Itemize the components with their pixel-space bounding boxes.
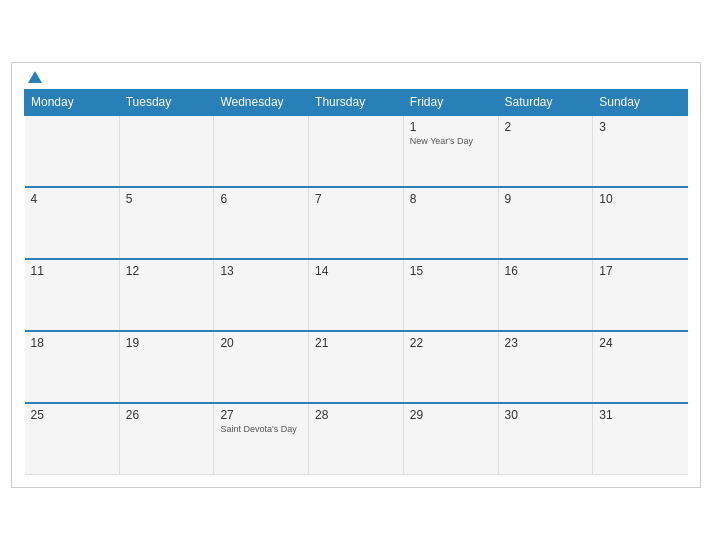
day-number: 5 [126, 192, 208, 206]
calendar-cell: 25 [25, 403, 120, 475]
calendar-cell [309, 115, 404, 187]
calendar-cell: 3 [593, 115, 688, 187]
logo [26, 73, 42, 83]
calendar-container: MondayTuesdayWednesdayThursdayFridaySatu… [11, 62, 701, 489]
calendar-cell: 23 [498, 331, 593, 403]
day-number: 11 [31, 264, 113, 278]
calendar-cell: 14 [309, 259, 404, 331]
calendar-cell: 18 [25, 331, 120, 403]
calendar-cell: 2 [498, 115, 593, 187]
day-number: 26 [126, 408, 208, 422]
weekday-header-row: MondayTuesdayWednesdayThursdayFridaySatu… [25, 89, 688, 115]
day-number: 6 [220, 192, 302, 206]
day-number: 30 [505, 408, 587, 422]
week-row-5: 252627Saint Devota's Day28293031 [25, 403, 688, 475]
day-number: 1 [410, 120, 492, 134]
calendar-cell: 20 [214, 331, 309, 403]
day-number: 4 [31, 192, 113, 206]
calendar-cell: 30 [498, 403, 593, 475]
calendar-thead: MondayTuesdayWednesdayThursdayFridaySatu… [25, 89, 688, 115]
calendar-tbody: 1New Year's Day2345678910111213141516171… [25, 115, 688, 475]
calendar-cell: 31 [593, 403, 688, 475]
week-row-3: 11121314151617 [25, 259, 688, 331]
calendar-cell: 8 [403, 187, 498, 259]
calendar-cell: 12 [119, 259, 214, 331]
calendar-cell: 27Saint Devota's Day [214, 403, 309, 475]
day-number: 18 [31, 336, 113, 350]
day-number: 17 [599, 264, 681, 278]
day-number: 29 [410, 408, 492, 422]
calendar-cell: 22 [403, 331, 498, 403]
day-number: 2 [505, 120, 587, 134]
calendar-cell: 19 [119, 331, 214, 403]
week-row-1: 1New Year's Day23 [25, 115, 688, 187]
calendar-cell [25, 115, 120, 187]
calendar-cell: 7 [309, 187, 404, 259]
day-number: 20 [220, 336, 302, 350]
calendar-cell: 10 [593, 187, 688, 259]
calendar-cell: 16 [498, 259, 593, 331]
day-number: 24 [599, 336, 681, 350]
weekday-header-monday: Monday [25, 89, 120, 115]
day-number: 27 [220, 408, 302, 422]
week-row-2: 45678910 [25, 187, 688, 259]
calendar-header [24, 73, 688, 83]
day-number: 16 [505, 264, 587, 278]
week-row-4: 18192021222324 [25, 331, 688, 403]
day-number: 28 [315, 408, 397, 422]
day-number: 31 [599, 408, 681, 422]
weekday-header-wednesday: Wednesday [214, 89, 309, 115]
day-number: 23 [505, 336, 587, 350]
day-number: 12 [126, 264, 208, 278]
calendar-cell: 26 [119, 403, 214, 475]
calendar-cell [214, 115, 309, 187]
calendar-cell: 11 [25, 259, 120, 331]
calendar-cell: 4 [25, 187, 120, 259]
calendar-cell: 21 [309, 331, 404, 403]
weekday-header-tuesday: Tuesday [119, 89, 214, 115]
day-number: 3 [599, 120, 681, 134]
calendar-cell [119, 115, 214, 187]
day-number: 25 [31, 408, 113, 422]
logo-triangle-icon [28, 71, 42, 83]
day-number: 15 [410, 264, 492, 278]
calendar-cell: 13 [214, 259, 309, 331]
day-number: 8 [410, 192, 492, 206]
weekday-header-friday: Friday [403, 89, 498, 115]
holiday-name: Saint Devota's Day [220, 424, 302, 434]
calendar-cell: 17 [593, 259, 688, 331]
day-number: 10 [599, 192, 681, 206]
day-number: 13 [220, 264, 302, 278]
weekday-header-saturday: Saturday [498, 89, 593, 115]
calendar-cell: 29 [403, 403, 498, 475]
day-number: 19 [126, 336, 208, 350]
calendar-table: MondayTuesdayWednesdayThursdayFridaySatu… [24, 89, 688, 476]
calendar-cell: 5 [119, 187, 214, 259]
calendar-cell: 1New Year's Day [403, 115, 498, 187]
day-number: 21 [315, 336, 397, 350]
day-number: 9 [505, 192, 587, 206]
calendar-cell: 15 [403, 259, 498, 331]
calendar-cell: 6 [214, 187, 309, 259]
calendar-cell: 9 [498, 187, 593, 259]
holiday-name: New Year's Day [410, 136, 492, 146]
calendar-cell: 24 [593, 331, 688, 403]
calendar-cell: 28 [309, 403, 404, 475]
day-number: 14 [315, 264, 397, 278]
day-number: 7 [315, 192, 397, 206]
weekday-header-sunday: Sunday [593, 89, 688, 115]
weekday-header-thursday: Thursday [309, 89, 404, 115]
day-number: 22 [410, 336, 492, 350]
